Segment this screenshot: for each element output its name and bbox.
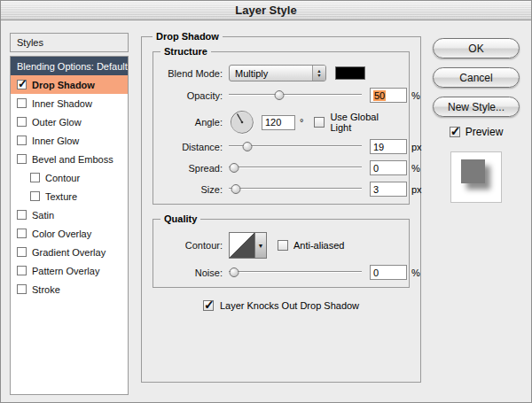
sidebar-item-gradient-overlay[interactable]: Gradient Overlay [11, 243, 128, 261]
sidebar-item-label: Satin [32, 210, 54, 221]
sidebar-item-contour[interactable]: Contour [11, 168, 128, 187]
titlebar[interactable]: Layer Style [1, 1, 531, 20]
noise-field[interactable]: 0 [370, 265, 407, 280]
panel-title: Drop Shadow [153, 31, 223, 42]
stroke-checkbox[interactable] [17, 284, 27, 294]
drop-shadow-checkbox[interactable]: ✓ [17, 80, 27, 89]
noise-unit: % [411, 267, 420, 278]
sidebar-item-label: Stroke [32, 284, 60, 295]
opacity-unit: % [411, 90, 420, 101]
sidebar-item-pattern-overlay[interactable]: Pattern Overlay [11, 261, 128, 280]
slider-thumb[interactable] [231, 184, 240, 194]
contour-thumbnail[interactable] [229, 232, 255, 259]
opacity-slider[interactable] [229, 89, 362, 101]
sidebar-item-texture[interactable]: Texture [11, 187, 128, 205]
sidebar-item-stroke[interactable]: Stroke [11, 280, 128, 298]
knockout-row: ✓ Layer Knocks Out Drop Shadow [142, 300, 420, 311]
layer-style-dialog: Layer Style Styles Blending Options: Def… [0, 0, 532, 403]
noise-slider[interactable] [229, 267, 362, 278]
opacity-row: Opacity: 50 % [160, 88, 402, 103]
sidebar-item-outer-glow[interactable]: Outer Glow [11, 112, 128, 131]
slider-track [229, 188, 362, 190]
contour-dropdown-arrow-icon[interactable]: ▼ [255, 232, 267, 259]
size-field[interactable]: 3 [370, 182, 407, 197]
slider-thumb[interactable] [230, 163, 239, 173]
slider-thumb[interactable] [243, 142, 253, 151]
preview-row: ✓ Preview [428, 126, 524, 138]
use-global-light-label: Use Global Light [330, 112, 402, 133]
spread-row: Spread: 0 % [160, 160, 402, 175]
distance-unit: px [411, 142, 422, 152]
styles-list: Blending Options: Default ✓ Drop Shadow … [10, 56, 129, 395]
texture-checkbox[interactable] [30, 191, 40, 201]
layer-knocks-out-label: Layer Knocks Out Drop Shadow [220, 300, 359, 311]
inner-shadow-checkbox[interactable] [17, 98, 27, 108]
angle-field[interactable]: 120 [262, 115, 295, 130]
sidebar-item-label: Outer Glow [32, 117, 82, 128]
sidebar-item-label: Inner Glow [32, 136, 79, 146]
window-title: Layer Style [235, 4, 296, 17]
slider-track [229, 167, 362, 168]
blend-mode-row: Blend Mode: Multiply ▲ ▼ [160, 65, 402, 81]
contour-row: Contour: ▼ Anti-aliased [160, 232, 402, 259]
sidebar-item-blending-options[interactable]: Blending Options: Default [11, 57, 128, 75]
check-icon: ✓ [450, 124, 461, 138]
shadow-color-swatch[interactable] [335, 66, 365, 80]
bevel-emboss-checkbox[interactable] [17, 154, 27, 164]
sidebar-item-inner-shadow[interactable]: Inner Shadow [11, 94, 128, 112]
sidebar-item-label: Gradient Overlay [32, 247, 106, 258]
satin-checkbox[interactable] [17, 210, 27, 220]
contour-label: Contour: [160, 240, 223, 251]
color-overlay-checkbox[interactable] [17, 229, 27, 238]
sidebar-item-satin[interactable]: Satin [11, 205, 128, 224]
structure-title: Structure [160, 46, 211, 57]
opacity-field[interactable]: 50 [370, 88, 407, 103]
angle-row: Angle: 120 ° Use Global Light [160, 109, 402, 136]
structure-group: Structure Blend Mode: Multiply ▲ ▼ Opaci… [153, 51, 410, 205]
new-style-button[interactable]: New Style... [433, 97, 520, 117]
pattern-overlay-checkbox[interactable] [17, 266, 27, 275]
spread-slider[interactable] [229, 162, 362, 174]
distance-field[interactable]: 19 [370, 139, 407, 154]
action-column: OK Cancel New Style... ✓ Preview [428, 38, 524, 203]
popup-arrows-icon: ▲ ▼ [312, 66, 325, 81]
sidebar-item-color-overlay[interactable]: Color Overlay [11, 224, 128, 243]
sidebar-item-drop-shadow[interactable]: ✓ Drop Shadow [11, 75, 128, 94]
preview-checkbox[interactable]: ✓ [450, 127, 460, 137]
distance-slider[interactable] [229, 141, 362, 152]
sidebar-item-bevel-and-emboss[interactable]: Bevel and Emboss [11, 150, 128, 168]
sidebar-item-label: Drop Shadow [32, 80, 95, 90]
layer-knocks-out-checkbox[interactable]: ✓ [203, 300, 214, 311]
slider-thumb[interactable] [230, 267, 239, 277]
sidebar-item-inner-glow[interactable]: Inner Glow [11, 131, 128, 150]
style-preview-thumbnail [450, 151, 502, 203]
sidebar-item-label: Texture [45, 191, 77, 202]
angle-dial[interactable] [229, 109, 255, 136]
size-unit: px [411, 184, 422, 195]
contour-checkbox[interactable] [30, 173, 40, 182]
size-row: Size: 3 px [160, 182, 402, 197]
spread-field[interactable]: 0 [370, 160, 407, 175]
outer-glow-checkbox[interactable] [17, 117, 27, 127]
slider-track [229, 271, 362, 273]
blend-mode-label: Blend Mode: [160, 68, 223, 79]
inner-glow-checkbox[interactable] [17, 136, 27, 145]
noise-label: Noise: [160, 267, 223, 278]
slider-thumb[interactable] [275, 90, 285, 100]
angle-label: Angle: [160, 117, 223, 128]
contour-picker[interactable]: ▼ [229, 232, 267, 259]
size-slider[interactable] [229, 183, 362, 195]
spread-value: 0 [373, 163, 379, 174]
anti-aliased-checkbox[interactable] [278, 240, 288, 251]
use-global-light-checkbox[interactable] [314, 117, 325, 128]
blend-mode-popup[interactable]: Multiply ▲ ▼ [229, 65, 326, 81]
cancel-button[interactable]: Cancel [433, 67, 520, 88]
ok-button[interactable]: OK [433, 38, 520, 58]
gradient-overlay-checkbox[interactable] [17, 247, 27, 257]
preview-label: Preview [466, 126, 504, 138]
sidebar-item-label: Bevel and Emboss [32, 154, 113, 165]
distance-row: Distance: 19 px [160, 139, 402, 154]
noise-row: Noise: 0 % [160, 265, 402, 280]
opacity-label: Opacity: [160, 90, 223, 101]
angle-value: 120 [265, 117, 281, 128]
